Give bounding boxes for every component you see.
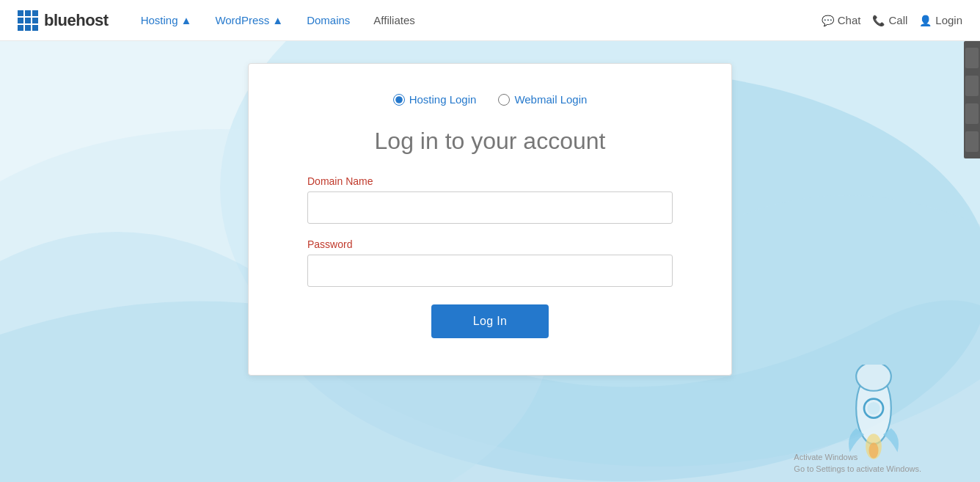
login-title: Log in to your account xyxy=(307,128,673,155)
nav-right: 💬 Chat 📞 Call 👤 Login xyxy=(822,14,962,26)
logo-text: bluehost xyxy=(44,11,109,30)
password-input[interactable] xyxy=(307,255,673,287)
svg-point-6 xyxy=(867,402,880,415)
phone-icon: 📞 xyxy=(872,15,885,26)
nav-hosting[interactable]: Hosting ▲ xyxy=(132,10,201,31)
login-card: Hosting Login Webmail Login Log in to yo… xyxy=(248,63,732,376)
background: Hosting Login Webmail Login Log in to yo… xyxy=(0,41,980,482)
login-button[interactable]: Log In xyxy=(431,304,549,338)
chat-icon: 💬 xyxy=(822,15,834,26)
side-panel-item-4[interactable] xyxy=(965,131,979,152)
password-group: Password xyxy=(307,238,673,287)
side-panel xyxy=(964,41,980,158)
domain-name-group: Domain Name xyxy=(307,175,673,224)
nav-login-link[interactable]: 👤 Login xyxy=(919,14,962,26)
domain-name-input[interactable] xyxy=(307,191,673,224)
svg-point-4 xyxy=(856,365,891,391)
rocket-illustration xyxy=(826,365,921,460)
nav-links: Hosting ▲ WordPress ▲ Domains Affiliates xyxy=(132,10,822,31)
webmail-login-radio-label[interactable]: Webmail Login xyxy=(498,93,587,106)
side-panel-item-3[interactable] xyxy=(965,103,979,124)
nav-affiliates[interactable]: Affiliates xyxy=(365,10,423,31)
nav-chat-link[interactable]: 💬 Chat xyxy=(822,14,861,26)
chevron-down-icon: ▲ xyxy=(181,14,192,26)
hosting-login-radio[interactable] xyxy=(393,94,405,106)
activate-windows-watermark: Activate Windows Go to Settings to activ… xyxy=(794,452,921,475)
chevron-down-icon: ▲ xyxy=(272,14,283,26)
login-type-selector: Hosting Login Webmail Login xyxy=(307,93,673,106)
domain-name-label: Domain Name xyxy=(307,175,673,187)
hosting-login-radio-label[interactable]: Hosting Login xyxy=(393,93,477,106)
webmail-login-radio[interactable] xyxy=(498,94,510,106)
side-panel-item-2[interactable] xyxy=(965,76,979,96)
nav-wordpress[interactable]: WordPress ▲ xyxy=(206,10,292,31)
password-label: Password xyxy=(307,238,673,250)
user-icon: 👤 xyxy=(919,15,932,26)
side-panel-item-1[interactable] xyxy=(965,48,979,68)
nav-call-link[interactable]: 📞 Call xyxy=(872,14,907,26)
navbar: bluehost Hosting ▲ WordPress ▲ Domains A… xyxy=(0,0,980,41)
nav-domains[interactable]: Domains xyxy=(298,10,359,31)
logo-area: bluehost xyxy=(18,10,109,31)
logo-icon xyxy=(18,10,38,31)
